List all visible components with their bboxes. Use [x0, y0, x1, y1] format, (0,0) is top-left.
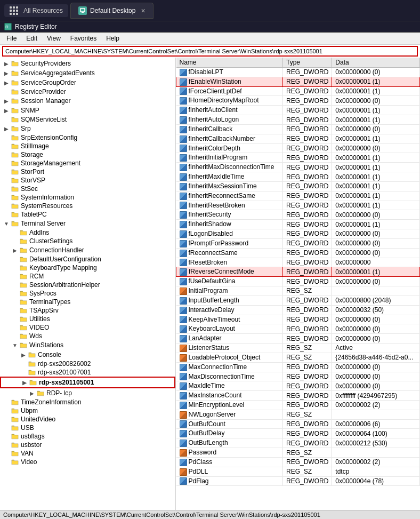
- table-row[interactable]: fDisableLPTREG_DWORD0x00000000 (0): [176, 68, 420, 77]
- tree-item-system-res[interactable]: SystemResources: [0, 202, 175, 210]
- expand-btn-connection-handler[interactable]: ▶: [11, 246, 19, 254]
- tree-item-united-video[interactable]: UnitedVideo: [0, 415, 175, 424]
- table-row[interactable]: KeepAliveTimeoutREG_DWORD0x00000000 (0): [176, 315, 420, 324]
- tree-item-service-provider[interactable]: ServiceProvider: [0, 87, 175, 96]
- tree-item-rdp-sxs201007001[interactable]: rdp-sxs201007001: [0, 368, 175, 377]
- table-row[interactable]: fInheritInitialProgramREG_DWORD0x0000000…: [176, 153, 420, 163]
- tree-item-rdp-sxs201105001[interactable]: ▶ rdp-sxs201105001: [0, 377, 175, 388]
- desktop-tab[interactable]: Default Desktop ×: [70, 3, 154, 19]
- tree-item-still-image[interactable]: StillImage: [0, 142, 175, 150]
- table-row[interactable]: PasswordREG_SZ: [176, 448, 420, 458]
- table-row[interactable]: LoadableProtocol_ObjectREG_SZ{24656d38-a…: [176, 353, 420, 362]
- table-row[interactable]: fEnableWinStationREG_DWORD0x00000001 (1): [176, 77, 420, 86]
- tree-item-srp[interactable]: ▶ Srp: [0, 124, 175, 133]
- table-row[interactable]: PdClassREG_DWORD0x00000002 (2): [176, 457, 420, 467]
- menu-edit[interactable]: Edit: [22, 34, 42, 43]
- expand-btn-terminal-server[interactable]: ▼: [2, 219, 11, 228]
- table-row[interactable]: fInheritMaxSessionTimeREG_DWORD0x0000000…: [176, 181, 420, 191]
- tab-close-button[interactable]: ×: [141, 6, 145, 15]
- table-row[interactable]: fInheritMaxDisconnectionTimeREG_DWORD0x0…: [176, 163, 420, 172]
- table-row[interactable]: OutBufDelayREG_DWORD0x00000064 (100): [176, 429, 420, 438]
- table-row[interactable]: InitialProgramREG_SZ: [176, 286, 420, 296]
- tree-item-timezone-info[interactable]: TimeZoneInformation: [0, 398, 175, 406]
- table-row[interactable]: fReconnectSameREG_DWORD0x00000000 (0): [176, 248, 420, 258]
- expand-btn-srp[interactable]: ▶: [2, 124, 11, 133]
- tree-item-tablet-pc[interactable]: TabletPC: [0, 210, 175, 219]
- table-row[interactable]: MinEncryptionLevelREG_DWORD0x00000002 (2…: [176, 400, 420, 410]
- menu-help[interactable]: Help: [102, 34, 124, 43]
- table-row[interactable]: PdFlagREG_DWORD0x0000004e (78): [176, 476, 420, 486]
- tree-item-srp-extension[interactable]: SrpExtensionConfig: [0, 133, 175, 142]
- tree-item-win-stations[interactable]: ▼ WinStations: [0, 340, 175, 350]
- tree-item-addins[interactable]: AddIns: [0, 228, 175, 237]
- table-row[interactable]: fInheritReconnectSameREG_DWORD0x00000001…: [176, 191, 420, 201]
- table-row[interactable]: fReverseConnectModeREG_DWORD0x00000001 (…: [176, 267, 420, 277]
- table-row[interactable]: MaxDisconnectionTimeREG_DWORD0x00000000 …: [176, 372, 420, 381]
- tree-item-usbflags[interactable]: usbflags: [0, 432, 175, 441]
- tree-item-usbstor[interactable]: usbstor: [0, 441, 175, 449]
- tree-item-system-info[interactable]: SystemInformation: [0, 193, 175, 202]
- table-row[interactable]: MaxIdleTimeREG_DWORD0x00000000 (0): [176, 381, 420, 391]
- tree-item-stor-vsp[interactable]: StorVSP: [0, 176, 175, 185]
- tree-item-van[interactable]: VAN: [0, 449, 175, 458]
- tree-item-keyboard-type[interactable]: KeyboardType Mapping: [0, 264, 175, 272]
- tree-item-session-arb[interactable]: SessionArbitrationHelper: [0, 281, 175, 289]
- table-row[interactable]: LanAdapterREG_DWORD0x00000000 (0): [176, 334, 420, 344]
- table-row[interactable]: KeyboardLayoutREG_DWORD0x00000000 (0): [176, 324, 420, 334]
- table-row[interactable]: fInheritMaxIdleTimeREG_DWORD0x00000001 (…: [176, 172, 420, 182]
- tree-item-video[interactable]: VIDEO: [0, 323, 175, 332]
- tree-item-snmp[interactable]: ▶ SNMP: [0, 106, 175, 115]
- tree-item-wds[interactable]: Wds: [0, 332, 175, 340]
- tree-item-storage[interactable]: Storage: [0, 150, 175, 159]
- table-row[interactable]: fHomeDirectoryMapRootREG_DWORD0x00000000…: [176, 96, 420, 106]
- table-row[interactable]: fInheritCallbackREG_DWORD0x00000000 (0): [176, 124, 420, 134]
- expand-btn-service-group-order[interactable]: ▶: [2, 78, 11, 87]
- table-row[interactable]: MaxConnectionTimeREG_DWORD0x00000000 (0): [176, 362, 420, 372]
- table-row[interactable]: OutBufLengthREG_DWORD0x00000212 (530): [176, 438, 420, 448]
- table-row[interactable]: fInheritAutoClientREG_DWORD0x00000001 (1…: [176, 106, 420, 115]
- table-row[interactable]: fInheritResetBrokenREG_DWORD0x00000001 (…: [176, 201, 420, 210]
- table-row[interactable]: ListenerStatusREG_SZActive: [176, 344, 420, 353]
- table-row[interactable]: fInheritSecurityREG_DWORD0x00000000 (0): [176, 210, 420, 220]
- table-row[interactable]: MaxInstanceCountREG_DWORD0xffffffff (429…: [176, 391, 420, 401]
- tree-item-sys-procs[interactable]: SysProcs: [0, 289, 175, 298]
- table-row[interactable]: fPromptForPasswordREG_DWORD0x00000000 (0…: [176, 238, 420, 248]
- table-row[interactable]: InteractiveDelayREG_DWORD0x00000032 (50): [176, 305, 420, 315]
- menu-file[interactable]: File: [2, 34, 21, 43]
- expand-btn-snmp[interactable]: ▶: [2, 106, 11, 115]
- tree-item-rdp-sxs200826002[interactable]: rdp-sxs200826002: [0, 360, 175, 368]
- expand-btn-service-aggregated[interactable]: ▶: [2, 69, 11, 77]
- table-row[interactable]: PdDLLREG_SZtdtcp: [176, 467, 420, 476]
- tree-item-rdp-lcp[interactable]: ▶ RDP- lcp: [0, 388, 175, 398]
- table-row[interactable]: fLogonDisabledREG_DWORD0x00000000 (0): [176, 229, 420, 239]
- table-row[interactable]: fInheritAutoLogonREG_DWORD0x00000001 (1): [176, 115, 420, 125]
- table-row[interactable]: NWLogonServerREG_SZ: [176, 410, 420, 419]
- expand-btn-console[interactable]: ▶: [19, 350, 28, 359]
- tree-item-ts-app-srv[interactable]: TSAppSrv: [0, 306, 175, 315]
- tree-item-service-group-order[interactable]: ▶ ServiceGroupOrder: [0, 78, 175, 87]
- table-row[interactable]: OutBufCountREG_DWORD0x00000006 (6): [176, 419, 420, 429]
- address-path[interactable]: Computer\HKEY_LOCAL_MACHINE\SYSTEM\Curre…: [5, 48, 415, 54]
- table-row[interactable]: fForceClientLptDefREG_DWORD0x00000001 (1…: [176, 86, 420, 96]
- tree-item-video2[interactable]: Video: [0, 458, 175, 466]
- tree-item-storage-mgmt[interactable]: StorageManagement: [0, 159, 175, 167]
- expand-btn-rdp-lcp[interactable]: ▶: [28, 389, 36, 397]
- tree-item-ubpm[interactable]: Ubpm: [0, 406, 175, 415]
- tree-item-console[interactable]: ▶ Console: [0, 350, 175, 360]
- tree-item-terminal-server[interactable]: ▼ Terminal Server: [0, 219, 175, 228]
- table-row[interactable]: fResetBrokenREG_DWORD0x00000000: [176, 258, 420, 267]
- table-row[interactable]: InputBufferLengthREG_DWORD0x00000800 (20…: [176, 296, 420, 305]
- expand-btn-security-providers[interactable]: ▶: [2, 59, 11, 68]
- tree-item-sqm-service-list[interactable]: SQMServiceList: [0, 115, 175, 124]
- tree-item-cluster-settings[interactable]: ClusterSettings: [0, 237, 175, 245]
- tree-item-stsec[interactable]: StSec: [0, 185, 175, 193]
- tree-item-default-user-config[interactable]: DefaultUserConfiguration: [0, 255, 175, 264]
- all-resources-button[interactable]: All Resources: [4, 4, 68, 17]
- tree-item-service-aggregated[interactable]: ▶ ServiceAggregatedEvents: [0, 68, 175, 78]
- expand-btn-session-manager[interactable]: ▶: [2, 97, 11, 105]
- tree-item-security-providers[interactable]: ▶ SecurityProviders: [0, 59, 175, 68]
- table-row[interactable]: fUseDefaultGinaREG_DWORD0x00000000 (0): [176, 277, 420, 286]
- tree-item-session-manager[interactable]: ▶ Session Manager: [0, 96, 175, 106]
- tree-item-terminal-types[interactable]: TerminalTypes: [0, 298, 175, 306]
- tree-item-rcm[interactable]: RCM: [0, 272, 175, 281]
